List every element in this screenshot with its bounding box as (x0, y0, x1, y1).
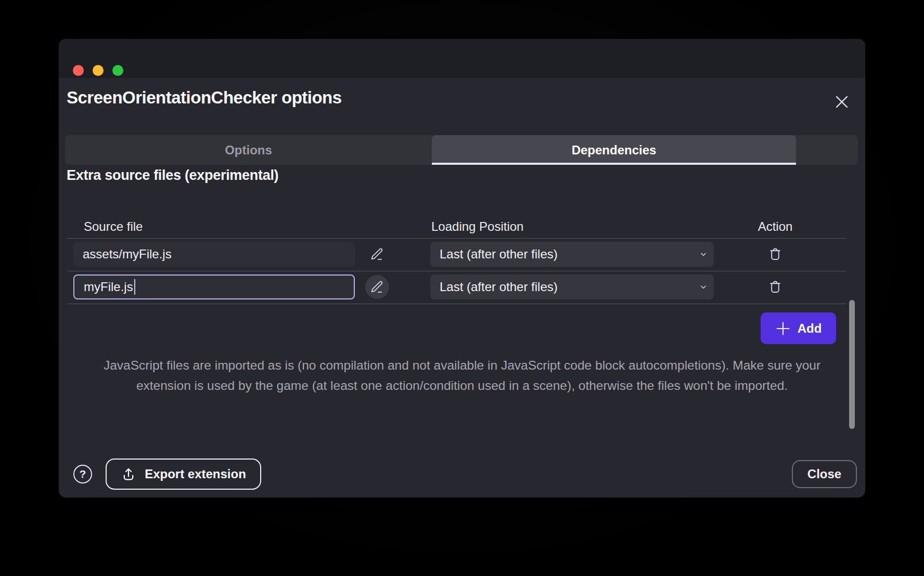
dialog-window: ScreenOrientationChecker options Options… (59, 39, 865, 498)
pencil-icon (370, 280, 384, 294)
add-button-label: Add (798, 321, 822, 336)
source-file-value: myFile.js (84, 280, 133, 294)
loading-position-value: Last (after other files) (440, 280, 558, 294)
close-button[interactable]: Close (792, 460, 857, 488)
table-rows: assets/myFile.js Last (after other files… (67, 238, 846, 304)
pencil-icon (370, 247, 384, 261)
help-text: JavaScript files are imported as is (no … (82, 355, 842, 396)
question-mark-icon: ? (80, 468, 86, 480)
text-cursor (134, 279, 136, 295)
zoom-traffic-light[interactable] (112, 65, 123, 76)
edit-source-file-button[interactable] (365, 242, 389, 266)
loading-position-select[interactable]: Last (after other files) (430, 242, 714, 267)
trash-icon (767, 279, 783, 295)
loading-position-select[interactable]: Last (after other files) (430, 274, 714, 299)
upload-icon (121, 466, 136, 482)
dialog-title: ScreenOrientationChecker options (67, 88, 342, 108)
desktop-background: ScreenOrientationChecker options Options… (0, 0, 924, 576)
minimize-traffic-light[interactable] (93, 65, 104, 76)
delete-row-button[interactable] (763, 242, 787, 266)
source-files-table: Source file Loading Position Action asse… (67, 218, 846, 304)
source-file-input[interactable]: myFile.js (73, 274, 355, 299)
tab-bar: Options Dependencies (65, 135, 858, 165)
chevron-down-icon (699, 250, 708, 258)
column-header-loading-position: Loading Position (431, 219, 523, 234)
help-button[interactable]: ? (73, 465, 92, 483)
table-row: myFile.js Last (after other files) (67, 271, 846, 304)
edit-source-file-button[interactable] (365, 275, 389, 299)
active-tab-indicator (432, 163, 796, 165)
close-button-label: Close (807, 467, 841, 481)
tab-options-label: Options (225, 143, 272, 158)
table-row: assets/myFile.js Last (after other files… (67, 238, 846, 271)
close-traffic-light[interactable] (73, 65, 84, 76)
tab-options[interactable]: Options (65, 135, 432, 165)
tab-dependencies-label: Dependencies (572, 143, 657, 158)
delete-row-button[interactable] (763, 275, 787, 299)
close-dialog-button[interactable] (830, 90, 854, 114)
section-heading: Extra source files (experimental) (67, 167, 278, 184)
x-icon (833, 94, 850, 110)
column-header-source-file: Source file (84, 219, 143, 234)
plus-icon (775, 321, 791, 336)
titlebar[interactable] (59, 39, 865, 78)
chevron-down-icon (699, 283, 708, 291)
table-header-row: Source file Loading Position Action (67, 218, 846, 238)
source-file-input[interactable]: assets/myFile.js (73, 242, 355, 267)
scrollbar-thumb[interactable] (849, 300, 855, 429)
loading-position-value: Last (after other files) (440, 247, 558, 261)
trash-icon (767, 246, 783, 262)
source-file-value: assets/myFile.js (83, 247, 172, 261)
column-header-action: Action (749, 219, 801, 234)
tab-dependencies[interactable]: Dependencies (432, 135, 796, 165)
add-button[interactable]: Add (761, 312, 836, 344)
export-button-label: Export extension (145, 467, 246, 481)
export-extension-button[interactable]: Export extension (106, 459, 261, 490)
